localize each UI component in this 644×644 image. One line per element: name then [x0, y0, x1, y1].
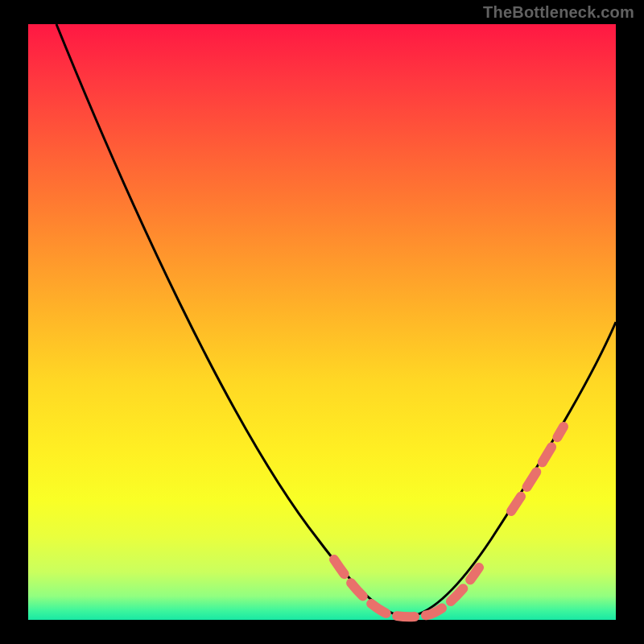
- watermark-text: TheBottleneck.com: [483, 3, 634, 22]
- highlight-dash-right: [511, 427, 564, 511]
- chart-container: TheBottleneck.com: [0, 0, 644, 644]
- highlight-dash-left: [334, 559, 479, 617]
- bottleneck-curve-svg: [28, 24, 616, 620]
- plot-area: [28, 24, 616, 620]
- bottleneck-curve: [56, 24, 616, 617]
